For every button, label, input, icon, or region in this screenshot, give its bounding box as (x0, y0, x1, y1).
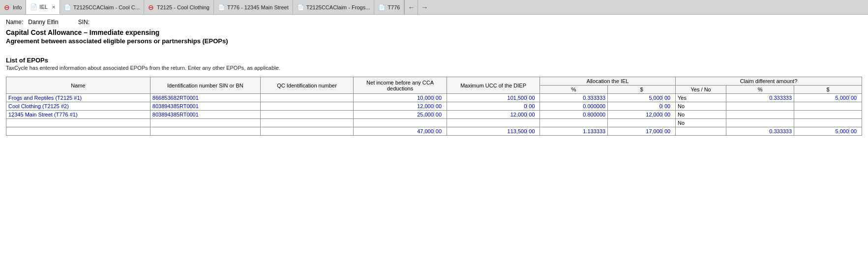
section-title: List of EPOPs (6, 57, 862, 64)
cell-net-1[interactable]: 12,000 00 (354, 102, 447, 111)
cell-yn-3[interactable]: No (675, 119, 726, 127)
tab-t2125cca2[interactable]: 📄 T2125CCAClaim - Frogs... (293, 0, 375, 14)
name-value: Danny Elfin (28, 19, 58, 26)
page-title: Capital Cost Allowance – Immediate expen… (6, 29, 862, 36)
th-claim-pct: % (726, 86, 794, 94)
cell-id-1[interactable]: 803894385RT0001 (150, 102, 260, 111)
modified-icon-info: ⊖ (4, 4, 10, 11)
cell-name-0[interactable]: Frogs and Reptiles (T2125 #1) (6, 94, 150, 102)
tab-t2125cool-label: T2125 - Cool Clothing (157, 4, 210, 10)
cell-claim-dollar-3[interactable] (794, 119, 862, 127)
doc-icon-t2125cca1: 📄 (64, 4, 71, 11)
total-alloc-pct: 1.133333 (540, 127, 608, 136)
cell-claim-pct-3[interactable] (726, 119, 794, 127)
doc-icon-t776b: 📄 (378, 4, 386, 11)
cell-id-3[interactable] (150, 119, 260, 127)
cell-claim-dollar-2[interactable] (794, 111, 862, 119)
tab-t2125cca1[interactable]: 📄 T2125CCAClaim - Cool C... (60, 0, 144, 14)
name-sin-row: Name: Danny Elfin SIN: (6, 19, 862, 26)
table-row: 12345 Main Street (T776 #1) 803894385RT0… (6, 111, 862, 119)
doc-icon-t2125cca2: 📄 (297, 4, 304, 11)
cell-id-0[interactable]: 866853682RT0001 (150, 94, 260, 102)
total-label-name (6, 127, 150, 136)
total-net: 47,000 00 (354, 127, 447, 136)
tab-t776main[interactable]: 📄 T776 - 12345 Main Street (214, 0, 293, 14)
cell-claim-dollar-0[interactable]: 5,000 00 (794, 94, 862, 102)
content-area: Name: Danny Elfin SIN: Capital Cost Allo… (0, 15, 868, 262)
tab-info[interactable]: ⊖ Info (0, 0, 26, 14)
total-alloc-dollar: 17,000 00 (608, 127, 676, 136)
cell-alloc-pct-2[interactable]: 0.800000 (540, 111, 608, 119)
tab-bar: ⊖ Info 📄 IEL ✕ 📄 T2125CCAClaim - Cool C.… (0, 0, 868, 15)
tab-t776b[interactable]: 📄 T776 (374, 0, 404, 14)
cell-ucc-0[interactable]: 101,500 00 (447, 94, 540, 102)
cell-claim-pct-0[interactable]: 0.333333 (726, 94, 794, 102)
cell-net-3[interactable] (354, 119, 447, 127)
tab-iel[interactable]: 📄 IEL ✕ (26, 0, 60, 14)
tab-info-label: Info (13, 4, 22, 10)
th-allocation-group: Allocation the IEL (540, 77, 676, 86)
tab-nav-right[interactable]: → (418, 0, 431, 14)
doc-icon-t776main: 📄 (218, 4, 225, 11)
section-desc: TaxCycle has entered information about a… (6, 65, 862, 71)
th-qc: QC Identification number (260, 77, 354, 94)
tab-t2125cca1-label: T2125CCAClaim - Cool C... (73, 4, 140, 10)
table-row: No (6, 119, 862, 127)
cell-qc-3[interactable] (260, 119, 354, 127)
th-yes-no: Yes / No (675, 86, 726, 94)
cell-alloc-dollar-3[interactable] (608, 119, 676, 127)
cell-qc-1[interactable] (260, 102, 354, 111)
tab-t776main-label: T776 - 12345 Main Street (227, 4, 289, 10)
cell-claim-pct-1[interactable] (726, 102, 794, 111)
sin-label: SIN: (78, 19, 90, 26)
cell-ucc-3[interactable] (447, 119, 540, 127)
cell-yn-2[interactable]: No (675, 111, 726, 119)
th-alloc-dollar: $ (608, 86, 676, 94)
tab-nav-left[interactable]: ← (404, 0, 418, 14)
total-claim-dollar: 5,000 00 (794, 127, 862, 136)
cell-alloc-pct-3[interactable] (540, 119, 608, 127)
page-subtitle: Agreement between associated eligible pe… (6, 37, 862, 45)
th-net: Net income before any CCA deductions (354, 77, 447, 94)
cell-yn-1[interactable]: No (675, 102, 726, 111)
cell-alloc-pct-0[interactable]: 0.333333 (540, 94, 608, 102)
cell-ucc-2[interactable]: 12,000 00 (447, 111, 540, 119)
doc-icon-iel: 📄 (30, 3, 37, 10)
cell-name-3[interactable] (6, 119, 150, 127)
total-yn (675, 127, 726, 136)
total-ucc: 113,500 00 (447, 127, 540, 136)
cell-alloc-dollar-2[interactable]: 12,000 00 (608, 111, 676, 119)
total-label-id (150, 127, 260, 136)
cell-net-2[interactable]: 25,000 00 (354, 111, 447, 119)
cell-qc-0[interactable] (260, 94, 354, 102)
tab-t776b-label: T776 (388, 4, 400, 10)
tab-iel-label: IEL (39, 4, 48, 10)
cell-alloc-dollar-0[interactable]: 5,000 00 (608, 94, 676, 102)
cell-ucc-1[interactable]: 0 00 (447, 102, 540, 111)
cell-name-2[interactable]: 12345 Main Street (T776 #1) (6, 111, 150, 119)
tab-t2125cool[interactable]: ⊖ T2125 - Cool Clothing (144, 0, 214, 14)
close-iel-button[interactable]: ✕ (52, 4, 56, 10)
totals-row: 47,000 00 113,500 00 1.133333 17,000 00 … (6, 127, 862, 136)
cell-alloc-dollar-1[interactable]: 0 00 (608, 102, 676, 111)
cell-alloc-pct-1[interactable]: 0.000000 (540, 102, 608, 111)
name-label: Name: Danny Elfin (6, 19, 59, 26)
th-name: Name (6, 77, 150, 94)
cell-yn-0[interactable]: Yes (675, 94, 726, 102)
tab-t2125cca2-label: T2125CCAClaim - Frogs... (306, 4, 370, 10)
total-label-qc (260, 127, 354, 136)
epops-table: Name Identification number SIN or BN QC … (6, 77, 862, 136)
cell-net-0[interactable]: 10,000 00 (354, 94, 447, 102)
cell-qc-2[interactable] (260, 111, 354, 119)
table-row: Frogs and Reptiles (T2125 #1) 866853682R… (6, 94, 862, 102)
total-claim-pct: 0.333333 (726, 127, 794, 136)
modified-icon-cool: ⊖ (148, 4, 154, 11)
cell-claim-dollar-1[interactable] (794, 102, 862, 111)
th-alloc-pct: % (540, 86, 608, 94)
th-ucc: Maximum UCC of the DIEP (447, 77, 540, 94)
th-claim-dollar: $ (794, 86, 862, 94)
cell-name-1[interactable]: Cool Clothing (T2125 #2) (6, 102, 150, 111)
cell-id-2[interactable]: 803894385RT0001 (150, 111, 260, 119)
th-id: Identification number SIN or BN (150, 77, 260, 94)
cell-claim-pct-2[interactable] (726, 111, 794, 119)
